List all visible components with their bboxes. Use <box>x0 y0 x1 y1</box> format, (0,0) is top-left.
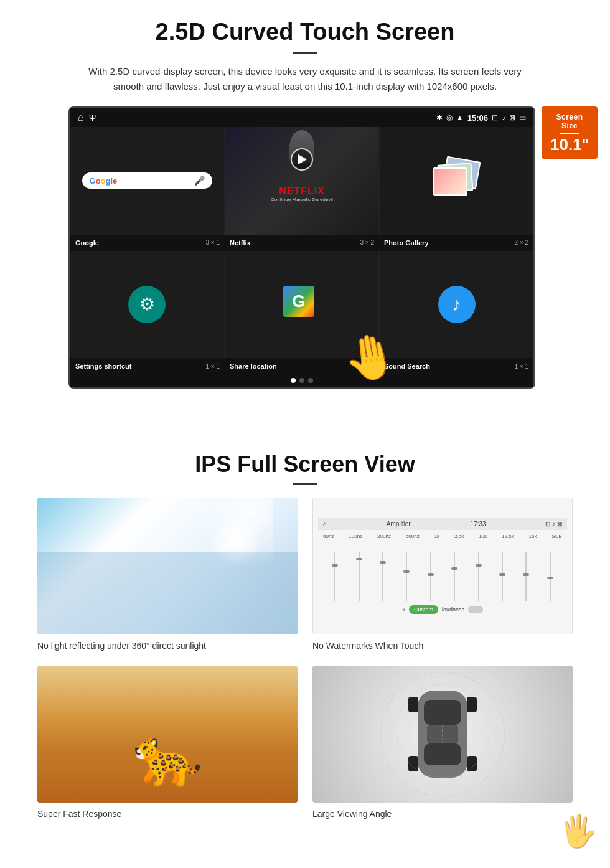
screen-size-badge: Screen Size 10.1" <box>542 106 598 159</box>
feature-super-fast-image: 🐆 <box>37 666 298 803</box>
netflix-brand: NETFLIX <box>271 186 333 197</box>
google-logo: Google <box>90 176 118 186</box>
amp-bars <box>318 539 567 601</box>
gallery-label-name: Photo Gallery <box>384 239 429 247</box>
device-mockup: Screen Size 10.1" ⌂ Ψ ✱ ◎ ▲ 15:06 ⊡ ♪ ⊠ … <box>68 106 542 389</box>
dot-1 <box>291 378 296 383</box>
super-fast-caption: Super Fast Response <box>37 809 298 819</box>
settings-app-cell[interactable]: ⚙ <box>70 251 224 359</box>
dust-effect <box>37 778 298 803</box>
eq-bar-4 <box>396 552 417 601</box>
amplifier-visual: ⌂ Amplifier 17:33 ⊡ ♪ ⊠ 60hz100hz200hz50… <box>312 498 573 634</box>
section1-divider <box>293 52 317 54</box>
app-labels-row2: Settings shortcut 1 × 1 Share location 1… <box>70 358 533 374</box>
play-triangle-icon <box>298 154 307 164</box>
large-viewing-caption: Large Viewing Angle <box>312 809 573 819</box>
device-screen: ⌂ Ψ ✱ ◎ ▲ 15:06 ⊡ ♪ ⊠ ▭ <box>68 106 535 389</box>
share-label-name: Share location <box>230 362 277 370</box>
gallery-stack <box>432 159 482 202</box>
eq-bar-2 <box>348 552 369 601</box>
amp-home-icon: ⌂ <box>323 521 327 527</box>
sound-content: ♪ <box>380 251 533 359</box>
gear-icon: ⚙ <box>139 294 155 314</box>
netflix-logo-text: NETFLIX Continue Marvel's Daredevil <box>271 186 333 202</box>
music-note-icon: ♪ <box>452 294 461 315</box>
settings-label: Settings shortcut 1 × 1 <box>70 361 225 372</box>
amp-title: Amplifier <box>387 521 411 527</box>
status-bar: ⌂ Ψ ✱ ◎ ▲ 15:06 ⊡ ♪ ⊠ ▭ <box>70 108 533 127</box>
eq-bar-8 <box>492 552 513 601</box>
hand-pointer-icon: 🤚 <box>339 328 401 387</box>
google-app-content: Google 🎤 <box>70 127 224 235</box>
dot-2 <box>299 378 304 383</box>
viewing-arc-inner <box>396 684 489 778</box>
google-label: Google 3 × 1 <box>70 237 225 248</box>
amp-icons: ⊡ ♪ ⊠ <box>545 521 562 527</box>
no-light-caption: No light reflecting under 360° direct su… <box>37 641 298 651</box>
netflix-play-button[interactable] <box>291 148 313 171</box>
car-visual <box>312 666 573 803</box>
netflix-subtitle: Continue Marvel's Daredevil <box>271 197 333 202</box>
toggle-switch <box>468 606 483 613</box>
feature-no-light-image <box>37 498 298 634</box>
app-grid-row1: Google 🎤 <box>70 127 533 235</box>
no-watermarks-caption: No Watermarks When Touch <box>312 641 573 651</box>
eq-bar-3 <box>372 552 393 601</box>
eq-bar-1 <box>324 552 345 601</box>
amp-loudness-label: loudness <box>442 606 464 613</box>
eq-bar-5 <box>420 552 441 601</box>
mic-icon: 🎤 <box>194 176 205 186</box>
curved-touch-section: 2.5D Curved Touch Screen With 2.5D curve… <box>0 0 610 401</box>
window-icon: ▭ <box>519 113 526 122</box>
app-grid-row2: ⚙ G <box>70 251 533 359</box>
light-rays <box>198 498 273 572</box>
location-icon: ◎ <box>446 113 453 122</box>
settings-content: ⚙ <box>70 251 224 359</box>
ips-section: IPS Full Screen View No light reflecting… <box>0 439 610 837</box>
google-label-size: 3 × 1 <box>205 239 220 246</box>
settings-label-size: 1 × 1 <box>205 363 220 370</box>
settings-icon-circle: ⚙ <box>128 286 166 323</box>
netflix-app-cell[interactable]: NETFLIX Continue Marvel's Daredevil <box>225 127 379 235</box>
status-time: 15:06 <box>467 113 488 123</box>
amp-time: 17:33 <box>471 521 486 527</box>
section1-description: With 2.5D curved-display screen, this de… <box>87 64 523 94</box>
eq-bar-10 <box>540 552 561 601</box>
eq-bar-7 <box>467 552 489 601</box>
netflix-label-name: Netflix <box>230 239 251 247</box>
sound-icon-circle: ♪ <box>438 286 476 323</box>
gmaps-icon: G <box>283 286 321 323</box>
dot-3 <box>308 378 313 383</box>
usb-icon: Ψ <box>89 113 96 123</box>
gallery-photo-3 <box>433 167 467 196</box>
badge-title: Screen Size <box>550 113 589 130</box>
volume-icon: ♪ <box>502 113 505 122</box>
badge-divider <box>560 133 579 134</box>
home-icon: ⌂ <box>78 112 84 123</box>
photo-gallery-cell[interactable] <box>380 127 533 235</box>
feature-grid: No light reflecting under 360° direct su… <box>37 498 573 819</box>
google-search-bar[interactable]: Google 🎤 <box>82 172 213 189</box>
eq-bar-6 <box>444 552 465 601</box>
feature-large-viewing-image <box>312 666 573 803</box>
custom-btn: Custom <box>409 605 438 614</box>
amp-back-icon: « <box>402 606 405 613</box>
feature-no-watermarks-image: ⌂ Amplifier 17:33 ⊡ ♪ ⊠ 60hz100hz200hz50… <box>312 498 573 634</box>
share-location-cell[interactable]: G 🤚 <box>225 251 379 359</box>
feature-super-fast: 🐆 Super Fast Response <box>37 666 298 819</box>
cheetah-visual: 🐆 <box>37 666 298 803</box>
section2-divider <box>293 483 317 485</box>
gmaps-letter: G <box>292 291 306 311</box>
settings-label-name: Settings shortcut <box>75 362 131 370</box>
google-app-cell[interactable]: Google 🎤 <box>70 127 224 235</box>
google-label-name: Google <box>75 239 99 247</box>
eq-bar-9 <box>515 552 537 601</box>
sound-search-cell[interactable]: ♪ <box>380 251 533 359</box>
bluetooth-icon: ✱ <box>436 113 443 122</box>
section2-title: IPS Full Screen View <box>37 451 573 478</box>
badge-size: 10.1" <box>550 136 589 153</box>
sound-label-size: 1 × 1 <box>514 363 528 370</box>
gallery-content <box>380 127 533 235</box>
app-labels-row1: Google 3 × 1 Netflix 3 × 2 Photo Gallery… <box>70 235 533 251</box>
netflix-label: Netflix 3 × 2 <box>225 237 379 248</box>
